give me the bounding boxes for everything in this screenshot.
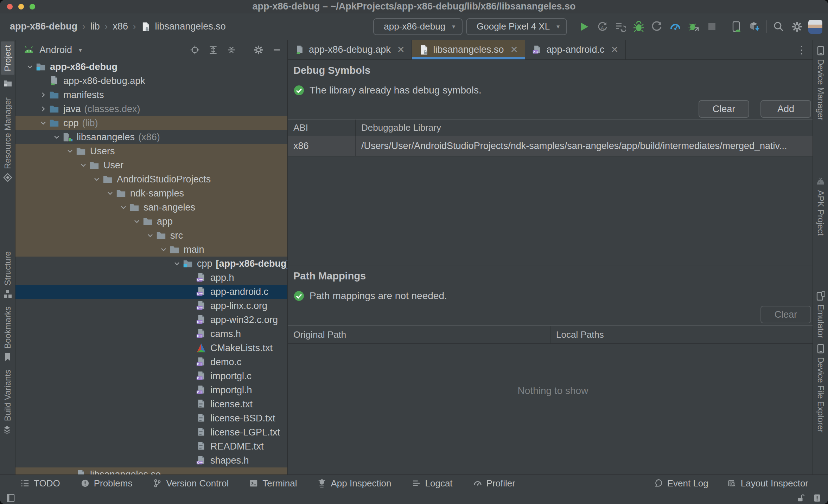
run-configuration-select[interactable]: app-x86-debug ▼ — [373, 18, 463, 35]
device-manager-button[interactable] — [727, 18, 745, 35]
tree-item-cpp-lib[interactable]: cpp(lib) — [15, 116, 287, 130]
tree-item-license-txt[interactable]: license.txt — [15, 397, 287, 411]
editor-tab-libsanangeles-so[interactable]: libsanangeles.so✕ — [412, 40, 525, 59]
clear-symbols-button[interactable]: Clear — [699, 100, 749, 118]
device-select[interactable]: Google Pixel 4 XL ▼ — [466, 18, 567, 35]
tool-stripe-device-manager[interactable]: Device Manager — [816, 46, 826, 121]
tree-item-cpp[interactable]: cpp[app-x86-debug] — [15, 257, 287, 271]
search-button[interactable] — [770, 18, 788, 35]
debug-button[interactable] — [630, 18, 648, 35]
tree-item-cmakelists-txt[interactable]: CMakeLists.txt — [15, 341, 287, 355]
options-button[interactable] — [251, 42, 266, 58]
chevron-down-icon[interactable] — [65, 147, 75, 155]
unlocked-icon[interactable] — [796, 494, 805, 502]
tree-item-app-x86-debug[interactable]: app-x86-debug — [15, 60, 287, 74]
toolwindow-todo[interactable]: TODO — [20, 478, 60, 489]
breadcrumb-item-x86[interactable]: x86 — [113, 21, 128, 32]
editor-tab-app-android-c[interactable]: C++app-android.c✕ — [525, 40, 626, 59]
tree-item-license-bsd-txt[interactable]: license-BSD.txt — [15, 411, 287, 425]
tool-stripe-device-file-explorer[interactable]: Device File Explorer — [816, 344, 826, 433]
apply-code-changes-button[interactable] — [611, 18, 630, 35]
profile-low-overhead-button[interactable] — [684, 18, 703, 35]
expand-all-button[interactable] — [205, 42, 221, 58]
close-icon[interactable]: ✕ — [397, 44, 405, 55]
chevron-right-icon[interactable] — [38, 105, 49, 113]
tree-item-main[interactable]: main — [15, 243, 287, 257]
tree-item-src[interactable]: src — [15, 228, 287, 243]
tree-item-ndk-samples[interactable]: ndk-samples — [15, 186, 287, 200]
tree-item-app-h[interactable]: C++app.h — [15, 271, 287, 285]
tool-stripe-emulator[interactable]: Emulator — [816, 291, 826, 338]
chevron-right-icon[interactable] — [38, 91, 49, 99]
chevron-down-icon[interactable] — [38, 119, 49, 127]
breadcrumb-item-app-x86-debug[interactable]: app-x86-debug — [10, 21, 77, 32]
close-icon[interactable]: ✕ — [510, 44, 518, 55]
chevron-down-icon[interactable] — [172, 260, 182, 267]
tool-stripe-bookmarks[interactable]: Bookmarks — [3, 306, 13, 362]
clear-mappings-button[interactable]: Clear — [760, 306, 811, 323]
select-opened-file-button[interactable] — [187, 42, 203, 58]
chevron-down-icon[interactable] — [132, 218, 142, 225]
close-icon[interactable]: ✕ — [611, 44, 619, 55]
settings-button[interactable] — [788, 18, 806, 35]
tree-item-app-android-c[interactable]: C++app-android.c — [15, 285, 287, 299]
chevron-down-icon[interactable] — [25, 63, 35, 71]
breadcrumb-item-lib[interactable]: lib — [90, 21, 100, 32]
tree-item-app-linx-c-org[interactable]: C++app-linx.c.org — [15, 299, 287, 313]
tool-stripe-resource-manager[interactable]: Resource Manager — [3, 97, 13, 182]
tool-window-toggle-icon[interactable] — [6, 494, 16, 502]
profile-button[interactable] — [666, 18, 684, 35]
table-row[interactable]: x86/Users/User/AndroidStudioProjects/ndk… — [288, 136, 813, 156]
tool-stripe-apk-project[interactable]: APK Project — [816, 177, 826, 235]
tool-stripe-build-variants[interactable]: Build Variants — [3, 370, 13, 434]
tree-item-app[interactable]: app — [15, 214, 287, 228]
project-view-select[interactable]: Android — [39, 45, 72, 56]
sdk-manager-button[interactable] — [745, 18, 764, 35]
breadcrumb-item-libsanangeles-so[interactable]: libsanangeles.so — [155, 21, 226, 32]
notifications-icon[interactable] — [813, 494, 822, 502]
toolwindow-version-control[interactable]: Version Control — [153, 478, 229, 489]
add-symbols-button[interactable]: Add — [760, 100, 811, 118]
toolwindow-app-inspection[interactable]: App Inspection — [317, 478, 391, 489]
chevron-down-icon[interactable] — [78, 161, 89, 169]
tree-item-java-classes-dex[interactable]: java(classes.dex) — [15, 102, 287, 116]
tree-item-user[interactable]: User — [15, 158, 287, 172]
tree-item-app-x86-debug-apk[interactable]: app-x86-debug.apk — [15, 74, 287, 88]
toolwindow-terminal[interactable]: Terminal — [249, 478, 297, 489]
tool-stripe-structure[interactable]: Structure — [3, 251, 13, 299]
tree-item-license-lgpl-txt[interactable]: license-LGPL.txt — [15, 425, 287, 439]
tree-item-cams-h[interactable]: C++cams.h — [15, 327, 287, 341]
tree-item-importgl-h[interactable]: C++importgl.h — [15, 383, 287, 397]
tree-item-readme-txt[interactable]: README.txt — [15, 439, 287, 453]
run-button[interactable] — [575, 18, 593, 35]
chevron-down-icon[interactable] — [91, 175, 102, 183]
toolwindow-event-log[interactable]: Event Log — [654, 478, 708, 489]
tree-item-users[interactable]: Users — [15, 144, 287, 158]
hide-button[interactable] — [269, 42, 285, 58]
chevron-down-icon[interactable] — [145, 232, 155, 239]
toolwindow-problems[interactable]: Problems — [81, 478, 133, 489]
tree-item-san-angeles[interactable]: san-angeles — [15, 200, 287, 214]
editor-tab-app-x86-debug-apk[interactable]: app-x86-debug.apk✕ — [288, 40, 412, 59]
tree-item-importgl-c[interactable]: C++importgl.c — [15, 369, 287, 383]
tree-item-shapes-h[interactable]: C++shapes.h — [15, 453, 287, 467]
user-avatar[interactable] — [808, 20, 822, 34]
chevron-down-icon[interactable] — [51, 133, 62, 141]
apply-changes-button[interactable]: A — [593, 18, 611, 35]
toolwindow-profiler[interactable]: Profiler — [473, 478, 515, 489]
chevron-down-icon[interactable] — [118, 203, 129, 211]
tree-item-libsanangeles-so[interactable]: libsanangeles.so — [15, 467, 287, 474]
toolwindow-layout-inspector[interactable]: Layout Inspector — [727, 478, 808, 489]
collapse-all-button[interactable] — [224, 42, 239, 58]
tree-item-manifests[interactable]: manifests — [15, 88, 287, 102]
chevron-down-icon[interactable] — [105, 189, 115, 197]
tree-item-libsanangeles-x86[interactable]: libsanangeles(x86) — [15, 130, 287, 144]
toolwindow-logcat[interactable]: Logcat — [412, 478, 453, 489]
tool-stripe-project[interactable]: Project — [1, 41, 14, 88]
stop-button[interactable] — [703, 18, 721, 35]
tree-item-demo-c[interactable]: C++demo.c — [15, 355, 287, 369]
attach-debugger-button[interactable] — [648, 18, 666, 35]
chevron-down-icon[interactable]: ▼ — [78, 47, 83, 53]
tree-item-app-win32-c-org[interactable]: C++app-win32.c.org — [15, 313, 287, 327]
chevron-down-icon[interactable] — [158, 246, 169, 253]
